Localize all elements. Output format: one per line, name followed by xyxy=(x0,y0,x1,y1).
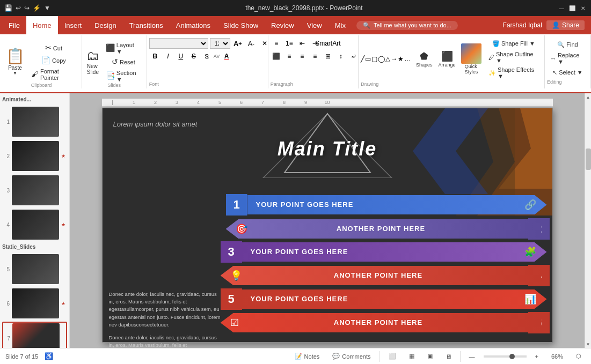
user-name[interactable]: Farshad Iqbal xyxy=(503,21,542,29)
numbering-button[interactable]: 1≡ xyxy=(283,38,295,49)
shape-roundrect[interactable]: ▢ xyxy=(371,55,377,63)
slide-thumb-2[interactable]: 2 ★ xyxy=(2,140,67,172)
menu-insert[interactable]: Insert xyxy=(58,16,89,34)
line-spacing-button[interactable]: ↕ xyxy=(335,50,347,62)
shape-more[interactable]: … xyxy=(404,55,411,63)
section-button[interactable]: 📑Section ▼ xyxy=(103,69,144,84)
shape-star[interactable]: ★ xyxy=(398,55,404,63)
bold-button[interactable]: B xyxy=(149,50,161,62)
scrollbar-thumb[interactable] xyxy=(586,148,591,170)
shape-outline-button[interactable]: 🖊Shape Outline ▼ xyxy=(485,50,542,65)
shape-arrow[interactable]: → xyxy=(391,55,397,63)
menu-transitions[interactable]: Transitions xyxy=(123,16,170,34)
scroll-up-button[interactable]: ▲ xyxy=(585,93,592,101)
slide-thumb-3[interactable]: 3 xyxy=(2,174,67,206)
font-name-select[interactable] xyxy=(149,38,208,49)
columns-button[interactable]: ⊞ xyxy=(322,50,334,62)
shape-line[interactable]: ╱ xyxy=(361,55,364,63)
grow-font-button[interactable]: A+ xyxy=(232,38,244,49)
slide-subtitle[interactable]: Lorem ipsum dolor sit amet xyxy=(113,120,198,128)
reading-view-button[interactable]: ▣ xyxy=(423,352,437,361)
zoom-in-button[interactable]: + xyxy=(531,352,543,361)
justify-button[interactable]: ≡ xyxy=(309,50,321,62)
menu-file[interactable]: File xyxy=(2,16,26,34)
slide-sorter-button[interactable]: ▦ xyxy=(405,352,419,361)
zoom-slider[interactable] xyxy=(484,355,527,358)
shape-rect[interactable]: ▭ xyxy=(365,55,371,63)
fit-slide-button[interactable]: ⬡ xyxy=(572,352,586,361)
menu-design[interactable]: Design xyxy=(88,16,122,34)
info-bar-4[interactable]: 4 ANOTHER POINT HERE 💡 xyxy=(221,265,547,286)
shapes-button[interactable]: ⬟ Shapes xyxy=(414,49,434,69)
zoom-thumb[interactable] xyxy=(509,354,515,359)
align-right-button[interactable]: ≡ xyxy=(296,50,308,62)
text-direction-button[interactable]: ⤾ xyxy=(348,50,360,62)
minimize-button[interactable]: — xyxy=(558,4,565,12)
layout-button[interactable]: ⬛Layout ▼ xyxy=(103,41,144,56)
slide-thumb-5[interactable]: 5 xyxy=(2,253,67,285)
copy-button[interactable]: 📄Copy xyxy=(28,55,79,66)
slideshow-button[interactable]: 🖥 xyxy=(441,352,456,361)
align-left-button[interactable]: ⬛ xyxy=(271,50,282,62)
slide-thumb-4[interactable]: 4 ★ xyxy=(2,209,67,241)
replace-button[interactable]: ↔Replace ▼ xyxy=(547,51,588,66)
find-button[interactable]: 🔍Find xyxy=(547,39,588,50)
shrink-font-button[interactable]: A- xyxy=(245,38,257,49)
info-bar-1[interactable]: 1 YOUR POINT GOES HERE 🔗 xyxy=(226,194,547,216)
menu-home[interactable]: Home xyxy=(26,16,58,34)
menu-animations[interactable]: Animations xyxy=(170,16,217,34)
menu-mix[interactable]: Mix xyxy=(329,16,352,34)
maximize-button[interactable]: ⬜ xyxy=(568,4,576,12)
bullets-button[interactable]: ≡ xyxy=(271,38,282,49)
font-color-button[interactable]: A xyxy=(221,50,232,62)
quick-styles-button[interactable]: QuickStyles xyxy=(459,42,483,76)
select-button[interactable]: ↖Select ▼ xyxy=(547,66,588,78)
center-button[interactable]: ≡ xyxy=(283,50,295,62)
normal-view-button[interactable]: ⬜ xyxy=(384,352,400,361)
strikethrough-button[interactable]: S xyxy=(188,50,200,62)
scroll-down-button[interactable]: ▼ xyxy=(585,340,592,348)
menu-review[interactable]: Review xyxy=(265,16,301,34)
info-bar-3[interactable]: 3 YOUR POINT GOES HERE 🧩 xyxy=(221,241,547,263)
redo-icon[interactable]: ↪ xyxy=(24,4,30,12)
italic-button[interactable]: I xyxy=(162,50,174,62)
share-button[interactable]: 👤 Share xyxy=(546,20,585,30)
slide-main-title[interactable]: Main Title xyxy=(278,138,377,160)
slide-thumb-6[interactable]: 6 ★ xyxy=(2,287,67,320)
close-button[interactable]: ✕ xyxy=(579,4,587,12)
info-bar-2[interactable]: 2 ANOTHER POINT HERE 🎯 xyxy=(226,218,547,240)
info-bar-5[interactable]: 5 YOUR POINT GOES HERE 📊 xyxy=(221,288,547,310)
notes-button[interactable]: 📝 Notes xyxy=(290,352,324,361)
comments-button[interactable]: 💬 Comments xyxy=(328,352,375,361)
font-size-select[interactable]: 12 xyxy=(210,38,230,49)
arrange-button[interactable]: ⬛ Arrange xyxy=(436,49,457,69)
dropdown-arrow-icon[interactable]: ▼ xyxy=(44,4,50,12)
slide-body-area[interactable]: Donec ante dolor, iaculis nec, gravidaac… xyxy=(109,291,222,348)
smartart-button[interactable]: SmartArt xyxy=(322,38,334,49)
save-icon[interactable]: 💾 xyxy=(4,4,12,12)
reset-button[interactable]: ↺Reset xyxy=(103,56,144,68)
shape-effects-button[interactable]: ✨Shape Effects ▼ xyxy=(485,65,542,80)
menu-slideshow[interactable]: Slide Show xyxy=(217,16,265,34)
flash-icon[interactable]: ⚡ xyxy=(33,4,41,12)
paste-button[interactable]: 📋 Paste ▼ xyxy=(3,36,27,87)
info-bar-6[interactable]: 6 ANOTHER POINT HERE ☑ xyxy=(221,312,547,333)
slide-thumb-7[interactable]: 7 xyxy=(2,322,67,348)
decrease-indent-button[interactable]: ⇤ xyxy=(296,38,308,49)
shadow-button[interactable]: S xyxy=(201,50,213,62)
zoom-out-button[interactable]: — xyxy=(465,352,479,361)
format-painter-button[interactable]: 🖌Format Painter xyxy=(28,67,79,82)
new-slide-button[interactable]: 🗂 NewSlide xyxy=(84,48,101,76)
underline-button[interactable]: U xyxy=(175,50,187,62)
slide-thumb-1[interactable]: 1 xyxy=(2,106,67,138)
cut-button[interactable]: ✂Cut xyxy=(28,42,79,54)
shape-oval[interactable]: ◯ xyxy=(378,55,385,63)
scrollbar-track[interactable] xyxy=(585,101,591,340)
tell-me-search[interactable]: 🔍 Tell me what you want to do... xyxy=(356,21,458,30)
font-spacing-icon[interactable]: AV xyxy=(214,54,220,59)
shape-triangle[interactable]: △ xyxy=(385,55,390,63)
vertical-scrollbar[interactable]: ▲ ▼ xyxy=(585,93,591,348)
undo-icon[interactable]: ↩ xyxy=(16,4,21,12)
zoom-level[interactable]: 66% xyxy=(547,352,567,361)
slide-canvas[interactable]: Lorem ipsum dolor sit amet Main Title Do… xyxy=(102,108,553,343)
